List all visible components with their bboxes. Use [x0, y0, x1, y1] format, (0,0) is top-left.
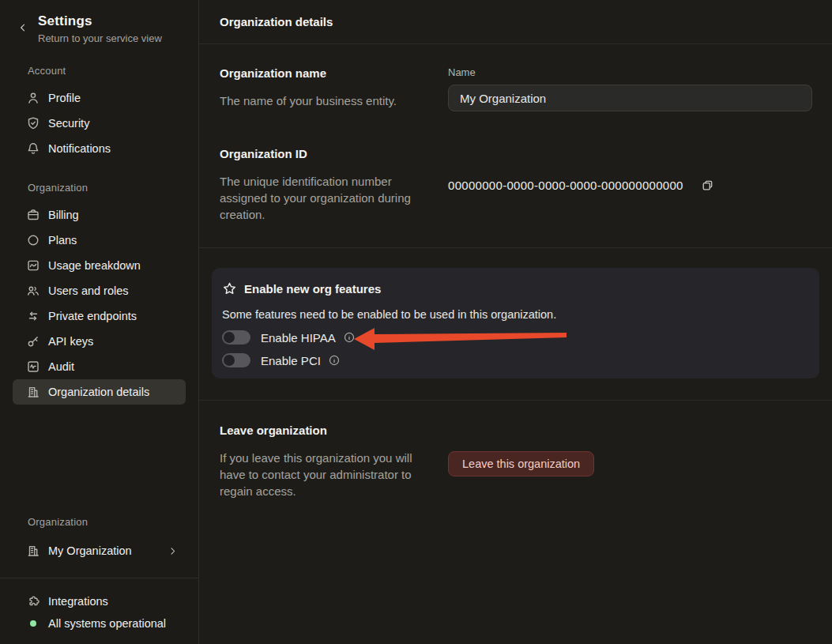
- status-label: All systems operational: [48, 617, 166, 630]
- org-switcher[interactable]: My Organization: [13, 538, 186, 563]
- main-content: Organization details Organization name T…: [199, 0, 832, 644]
- sidebar-item-label: Security: [48, 117, 89, 130]
- main-header: Organization details: [199, 0, 832, 44]
- org-id-description: The unique identification number assigne…: [220, 173, 429, 223]
- leave-button-wrap: Leave this organization: [448, 424, 812, 476]
- sidebar-item-security[interactable]: Security: [13, 111, 186, 136]
- sidebar-item-label: Users and roles: [48, 284, 129, 297]
- arrows-swap-icon: [26, 309, 40, 323]
- organization-name-input[interactable]: [448, 85, 812, 111]
- leave-description: If you leave this organization you will …: [220, 450, 429, 499]
- key-icon: [26, 334, 40, 348]
- back-chevron-icon[interactable]: [13, 17, 33, 38]
- org-name-title: Organization name: [220, 66, 429, 80]
- org-name-description: The name of your business entity.: [220, 92, 429, 109]
- org-id-row: 00000000-0000-0000-0000-000000000000: [448, 147, 812, 192]
- org-id-title: Organization ID: [220, 147, 429, 160]
- sidebar-item-label: Billing: [48, 209, 79, 221]
- sidebar-subtitle[interactable]: Return to your service view: [38, 32, 162, 44]
- billing-icon: [26, 208, 40, 222]
- shield-icon: [26, 116, 40, 130]
- sidebar-item-label: Usage breakdown: [48, 259, 141, 272]
- sidebar-item-users-and-roles[interactable]: Users and roles: [13, 278, 186, 303]
- enable-pci-toggle[interactable]: [222, 353, 250, 367]
- toggle-row-hipaa: Enable HIPAA: [222, 330, 804, 345]
- leave-title: Leave organization: [220, 424, 429, 437]
- section-organization-id: Organization ID The unique identificatio…: [199, 111, 832, 223]
- feature-card-description: Some features need to be enabled to be u…: [222, 308, 804, 321]
- sidebar-title-block: Settings Return to your service view: [38, 13, 162, 44]
- leave-left-col: Leave organization If you leave this org…: [220, 424, 448, 499]
- org-name-left-col: Organization name The name of your busin…: [220, 66, 448, 111]
- org-switcher-value: My Organization: [48, 544, 132, 557]
- star-icon: [222, 281, 237, 296]
- name-field-label: Name: [448, 66, 812, 78]
- org-switcher-label: Organization: [0, 516, 198, 528]
- user-icon: [26, 91, 40, 105]
- org-name-right-col: Name: [448, 66, 812, 111]
- toggle-knob: [224, 332, 235, 343]
- chevron-right-icon: [168, 546, 178, 556]
- section-leave-organization: Leave organization If you leave this org…: [199, 401, 832, 499]
- sidebar-item-notifications[interactable]: Notifications: [13, 136, 186, 161]
- sidebar-item-label: Private endpoints: [48, 310, 137, 322]
- toggle-knob: [224, 355, 235, 366]
- circle-icon: [26, 233, 40, 247]
- audit-icon: [26, 360, 40, 374]
- toggle-row-pci: Enable PCI: [222, 353, 804, 367]
- info-icon[interactable]: [328, 354, 341, 367]
- leave-organization-button[interactable]: Leave this organization: [448, 451, 594, 476]
- sidebar-item-plans[interactable]: Plans: [13, 228, 186, 253]
- sidebar-spacer: [0, 405, 198, 499]
- info-icon[interactable]: [343, 331, 356, 344]
- enable-pci-label: Enable PCI: [261, 354, 321, 367]
- sidebar-item-label: API keys: [48, 335, 93, 348]
- building-icon: [26, 544, 40, 558]
- system-status[interactable]: All systems operational: [13, 612, 186, 635]
- integrations-label: Integrations: [48, 595, 108, 608]
- bell-icon: [26, 141, 40, 156]
- sidebar-item-usage-breakdown[interactable]: Usage breakdown: [13, 253, 186, 278]
- section-organization-name: Organization name The name of your busin…: [199, 44, 832, 111]
- sidebar-item-billing[interactable]: Billing: [13, 202, 186, 228]
- sidebar-footer: Integrations All systems operational: [0, 578, 198, 644]
- sidebar-item-api-keys[interactable]: API keys: [13, 329, 186, 354]
- sidebar-item-audit[interactable]: Audit: [13, 354, 186, 379]
- sidebar-item-label: Organization details: [48, 386, 149, 398]
- puzzle-icon: [26, 594, 40, 608]
- page-title: Organization details: [220, 15, 333, 28]
- enable-features-card: Enable new org features Some features ne…: [212, 268, 819, 378]
- feature-card-header: Enable new org features: [222, 281, 804, 296]
- sidebar-item-private-endpoints[interactable]: Private endpoints: [13, 303, 186, 329]
- leave-right-col: Leave this organization: [448, 424, 812, 499]
- feature-card-title: Enable new org features: [244, 282, 381, 296]
- sidebar-item-label: Notifications: [48, 142, 111, 155]
- sidebar-item-label: Profile: [48, 92, 81, 104]
- organization-id-value: 00000000-0000-0000-0000-000000000000: [448, 179, 683, 192]
- sidebar-item-profile[interactable]: Profile: [13, 85, 186, 111]
- users-icon: [26, 284, 40, 298]
- sidebar-header: Settings Return to your service view: [0, 0, 198, 44]
- features-band: Enable new org features Some features ne…: [199, 248, 832, 400]
- settings-sidebar: Settings Return to your service view Acc…: [0, 0, 199, 644]
- usage-chart-icon: [26, 258, 40, 273]
- org-id-left-col: Organization ID The unique identificatio…: [220, 147, 448, 223]
- org-id-right-col: 00000000-0000-0000-0000-000000000000: [448, 147, 812, 223]
- enable-hipaa-toggle[interactable]: [222, 330, 250, 345]
- integrations-link[interactable]: Integrations: [13, 590, 186, 612]
- status-green-dot: [30, 620, 36, 627]
- nav-section-label-account: Account: [0, 65, 198, 77]
- sidebar-title: Settings: [38, 13, 162, 29]
- sidebar-item-label: Audit: [48, 360, 74, 373]
- enable-hipaa-label: Enable HIPAA: [261, 331, 336, 345]
- app-window: Settings Return to your service view Acc…: [0, 0, 832, 644]
- sidebar-item-label: Plans: [48, 234, 77, 247]
- nav-section-label-organization: Organization: [0, 182, 198, 194]
- sidebar-item-organization-details[interactable]: Organization details: [13, 379, 186, 405]
- building-icon: [26, 385, 40, 399]
- copy-icon[interactable]: [701, 179, 714, 192]
